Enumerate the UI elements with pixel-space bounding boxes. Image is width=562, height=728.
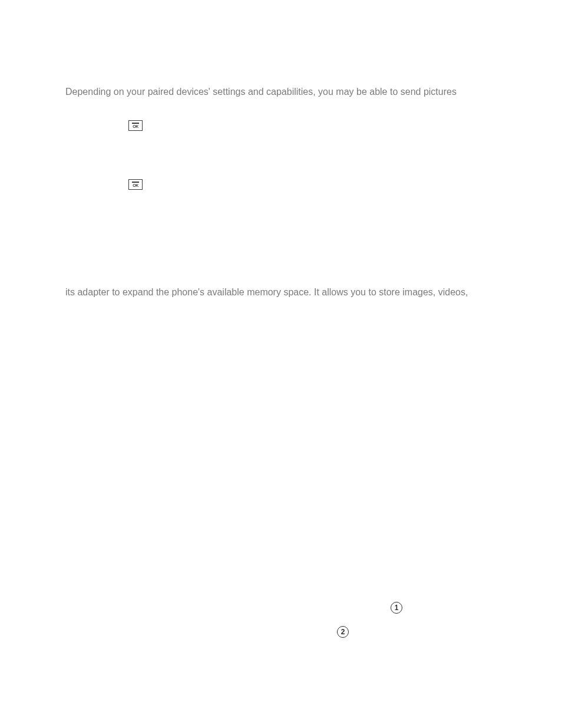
paragraph-paired-devices: Depending on your paired devices' settin… xyxy=(65,85,457,98)
ok-icon-text: OK xyxy=(133,124,138,129)
ok-icon-bar xyxy=(132,182,139,183)
ok-icon: OK xyxy=(128,179,143,190)
ok-icon-bar xyxy=(132,123,139,124)
paragraph-memory-adapter: its adapter to expand the phone's availa… xyxy=(65,286,468,299)
callout-marker-1: 1 xyxy=(391,602,402,614)
ok-icon: OK xyxy=(128,120,143,131)
ok-icon-text: OK xyxy=(133,183,138,187)
callout-marker-2: 2 xyxy=(337,626,349,638)
